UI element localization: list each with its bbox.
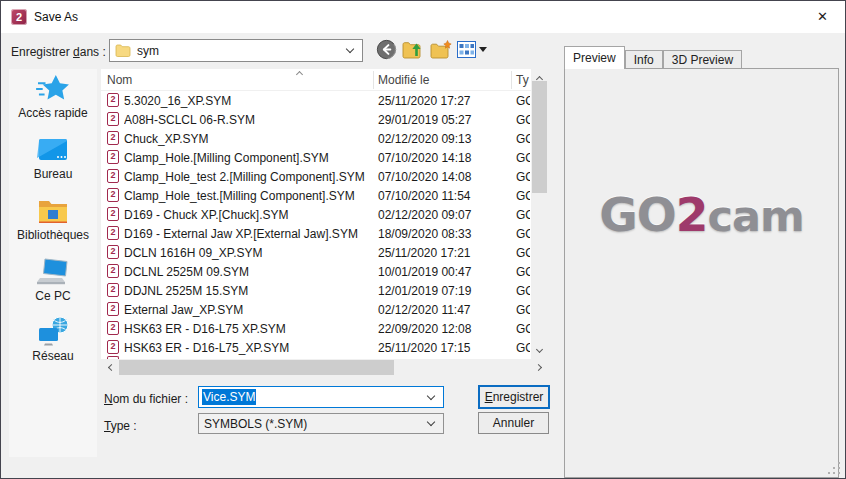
horizontal-scrollbar-thumb[interactable] bbox=[119, 360, 394, 375]
view-menu-button[interactable] bbox=[456, 38, 488, 61]
save-as-dialog: 2 Save As ✕ Enregistrer dans : sym bbox=[0, 0, 846, 479]
go2cam-file-icon: 2 bbox=[107, 283, 119, 297]
this-pc-icon bbox=[36, 257, 70, 286]
preview-panel: GO2cam bbox=[564, 68, 839, 478]
file-modified-date: 02/12/2020 11:47 bbox=[378, 303, 508, 317]
file-row[interactable]: 2 D169 - External Jaw XP.[External Jaw].… bbox=[101, 224, 531, 243]
file-row[interactable]: 2 5.3020_16_XP.SYM 25/11/2020 17:27 GO bbox=[101, 91, 531, 110]
file-row[interactable]: 2 External Jaw_XP.SYM 02/12/2020 11:47 G… bbox=[101, 300, 531, 319]
window-title: Save As bbox=[34, 10, 78, 24]
vertical-scrollbar-thumb[interactable] bbox=[532, 81, 547, 193]
filename-label: Nom du fichier : bbox=[104, 392, 188, 406]
sidebar-item-label: Bureau bbox=[34, 167, 73, 181]
sidebar-item-label: Ce PC bbox=[35, 289, 70, 303]
scroll-down-icon[interactable] bbox=[531, 342, 548, 359]
file-type: GO bbox=[516, 303, 530, 317]
file-modified-date: 12/01/2019 07:19 bbox=[378, 284, 508, 298]
file-modified-date: 22/09/2020 12:08 bbox=[378, 322, 508, 336]
file-modified-date: 25/11/2020 17:15 bbox=[378, 341, 508, 355]
file-name: Clamp_Hole_test.[Milling Component].SYM bbox=[124, 189, 372, 203]
folder-icon bbox=[115, 44, 131, 57]
filename-combobox[interactable]: Vice.SYM bbox=[198, 386, 444, 408]
save-button[interactable]: Enregistrer bbox=[478, 385, 550, 409]
places-sidebar: Accès rapide Bureau Bibliothèques bbox=[9, 69, 97, 457]
go2cam-file-icon: 2 bbox=[107, 112, 119, 126]
column-divider[interactable] bbox=[511, 71, 512, 89]
file-row[interactable]: 2 D169 - Chuck XP.[Chuck].SYM 02/12/2020… bbox=[101, 205, 531, 224]
file-name: Chuck_XP.SYM bbox=[124, 132, 372, 146]
back-button[interactable] bbox=[374, 38, 398, 61]
file-row[interactable]: 2 Clamp_Hole_test.[Milling Component].SY… bbox=[101, 186, 531, 205]
sidebar-item-label: Accès rapide bbox=[18, 106, 87, 120]
save-in-label: Enregistrer dans : bbox=[11, 45, 106, 59]
scroll-left-icon[interactable] bbox=[101, 359, 118, 376]
file-modified-date: 25/11/2020 17:21 bbox=[378, 246, 508, 260]
file-name: HSK63 ER - D16-L75 XP.SYM bbox=[124, 322, 372, 336]
file-type: GO bbox=[516, 322, 530, 336]
file-row[interactable]: 2 HSK63 ER - D16-L75 XP.SYM 22/09/2020 1… bbox=[101, 319, 531, 338]
file-modified-date: 02/12/2020 09:07 bbox=[378, 208, 508, 222]
sidebar-item-label: Bibliothèques bbox=[17, 228, 89, 242]
file-name: 5.3020_16_XP.SYM bbox=[124, 94, 372, 108]
network-icon bbox=[37, 316, 70, 346]
file-type: GO bbox=[516, 284, 530, 298]
file-row[interactable]: 2 Chuck_XP.SYM 02/12/2020 09:13 GO bbox=[101, 129, 531, 148]
tab-3d-preview[interactable]: 3D Preview bbox=[663, 50, 742, 69]
title-bar bbox=[1, 1, 845, 33]
new-folder-button[interactable] bbox=[429, 38, 453, 61]
column-header-modified[interactable]: Modifié le bbox=[378, 73, 429, 87]
file-type: GO bbox=[516, 208, 530, 222]
sidebar-item-quick-access[interactable]: Accès rapide bbox=[9, 73, 97, 120]
tab-info[interactable]: Info bbox=[625, 50, 663, 69]
file-row[interactable]: 2 A08H-SCLCL 06-R.SYM 29/01/2019 05:27 G… bbox=[101, 110, 531, 129]
new-folder-icon bbox=[430, 40, 453, 60]
cancel-button[interactable]: Annuler bbox=[478, 412, 549, 434]
up-one-level-icon bbox=[402, 40, 424, 60]
go2cam-file-icon: 2 bbox=[107, 264, 119, 278]
file-modified-date: 29/01/2019 05:27 bbox=[378, 113, 508, 127]
scroll-right-icon[interactable] bbox=[531, 359, 548, 376]
sidebar-item-this-pc[interactable]: Ce PC bbox=[9, 257, 97, 303]
file-row[interactable]: 2 DCLN 1616H 09_XP.SYM 25/11/2020 17:21 … bbox=[101, 243, 531, 262]
list-header: Nom Modifié le Ty bbox=[101, 69, 531, 91]
libraries-folder-icon bbox=[37, 197, 69, 225]
column-header-type[interactable]: Ty bbox=[516, 73, 529, 87]
go2cam-file-icon: 2 bbox=[107, 340, 119, 354]
file-name: DCLN 1616H 09_XP.SYM bbox=[124, 246, 372, 260]
file-type: GO bbox=[516, 246, 530, 260]
horizontal-scrollbar[interactable] bbox=[101, 359, 548, 376]
file-name: DCLNL 2525M 09.SYM bbox=[124, 265, 372, 279]
sidebar-item-desktop[interactable]: Bureau bbox=[9, 137, 97, 181]
filetype-label: Type : bbox=[104, 419, 137, 433]
file-name: HSK63 ER - D16-L75_XP.SYM bbox=[124, 341, 372, 355]
vertical-scrollbar[interactable] bbox=[531, 69, 548, 359]
go2cam-file-icon: 2 bbox=[107, 302, 119, 316]
file-row[interactable]: 2 Clamp_Hole_test 2.[Milling Component].… bbox=[101, 167, 531, 186]
column-divider[interactable] bbox=[373, 71, 374, 89]
close-button[interactable]: ✕ bbox=[800, 1, 845, 32]
file-row[interactable]: 2 DDJNL 2525M 15.SYM 12/01/2019 07:19 GO bbox=[101, 281, 531, 300]
column-header-name[interactable]: Nom bbox=[107, 73, 132, 87]
file-row[interactable]: 2 DCLNL 2525M 09.SYM 10/01/2019 00:47 GO bbox=[101, 262, 531, 281]
sidebar-item-libraries[interactable]: Bibliothèques bbox=[9, 197, 97, 242]
file-modified-date: 07/10/2020 14:08 bbox=[378, 170, 508, 184]
view-menu-icon bbox=[457, 41, 476, 58]
tab-preview[interactable]: Preview bbox=[564, 46, 625, 69]
chevron-down-icon bbox=[427, 418, 435, 426]
file-row[interactable]: 2 Clamp_Hole.[Milling Component].SYM 07/… bbox=[101, 148, 531, 167]
resize-grip[interactable] bbox=[828, 462, 840, 474]
file-modified-date: 07/10/2020 11:54 bbox=[378, 189, 508, 203]
file-modified-date: 07/10/2020 14:18 bbox=[378, 151, 508, 165]
filetype-combobox[interactable]: SYMBOLS (*.SYM) bbox=[198, 413, 444, 434]
quick-access-star-icon bbox=[36, 73, 70, 103]
up-one-level-button[interactable] bbox=[401, 38, 425, 61]
file-type: GO bbox=[516, 151, 530, 165]
preview-tab-strip: Preview Info 3D Preview bbox=[564, 46, 742, 69]
file-type: GO bbox=[516, 113, 530, 127]
file-modified-date: 10/01/2019 00:47 bbox=[378, 265, 508, 279]
filename-value[interactable]: Vice.SYM bbox=[202, 389, 256, 405]
location-combobox[interactable]: sym bbox=[109, 39, 363, 62]
file-type: GO bbox=[516, 94, 530, 108]
sidebar-item-network[interactable]: Réseau bbox=[9, 316, 97, 363]
file-row[interactable]: 2 HSK63 ER - D16-L75_XP.SYM 25/11/2020 1… bbox=[101, 338, 531, 357]
